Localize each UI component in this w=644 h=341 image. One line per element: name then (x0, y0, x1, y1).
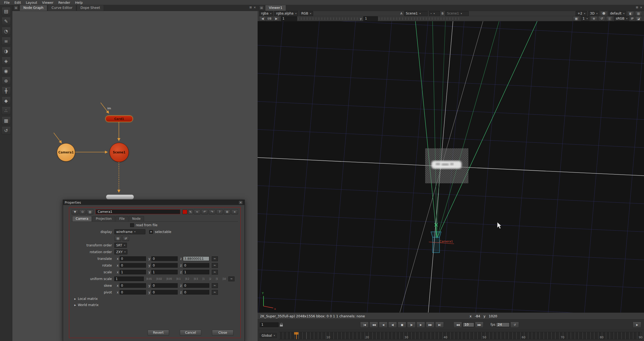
gl-color-swatch[interactable]: ✎ (188, 210, 193, 214)
translate-x-field[interactable]: 0 (120, 256, 146, 261)
close-panel-icon[interactable]: × (640, 6, 642, 9)
node-color-swatch[interactable] (182, 210, 187, 214)
keyer-icon[interactable]: ◉ (2, 67, 11, 75)
revert-button[interactable]: Revert (148, 330, 169, 336)
wipe-dropdown[interactable]: 1 (581, 16, 590, 21)
gain-next-icon[interactable]: ▶ (273, 16, 280, 21)
color-icon[interactable]: ◑ (2, 47, 11, 55)
display-dropdown[interactable]: wireframe (114, 229, 145, 234)
menu-file[interactable]: File (2, 0, 12, 5)
tab-curve-editor[interactable]: Curve Editor (48, 5, 76, 11)
jump-forward-button[interactable]: ▶▶ (475, 322, 484, 328)
time-icon[interactable]: ◔ (2, 27, 11, 35)
rotation-order-dropdown[interactable]: ZXY (114, 249, 127, 254)
world-matrix-row[interactable]: ▸ World matrix (72, 302, 238, 308)
panel-menu-icon[interactable]: ▤ (259, 5, 264, 10)
other-icon[interactable]: ↺ (2, 126, 11, 135)
b-input-dropdown[interactable]: Scene1 (445, 11, 469, 16)
split-panel-icon[interactable]: ⊞ (250, 6, 252, 9)
display-channels-dropdown[interactable]: RGB (299, 11, 313, 16)
tab-projection[interactable]: Projection (92, 216, 115, 221)
viewer-profile-dropdown[interactable]: default (608, 11, 626, 16)
snapshot-icon[interactable]: ▥ (87, 209, 93, 214)
center-node-icon[interactable]: ⊙ (79, 209, 86, 214)
help-icon[interactable]: ? (216, 209, 223, 214)
play-backward-button[interactable]: ◀ (379, 322, 387, 328)
node-card1[interactable]: Card1 (105, 116, 133, 122)
playhead[interactable] (296, 332, 297, 339)
last-frame-button[interactable]: ▶| (435, 322, 444, 328)
3d-viewport[interactable]: Camera1 Y x (258, 21, 644, 313)
view-mode-dropdown[interactable]: 3D (588, 11, 599, 16)
cancel-button[interactable]: Cancel (180, 330, 201, 336)
camera-gizmo[interactable]: Camera1 (429, 223, 454, 253)
float-panel-icon[interactable]: ⊞ (224, 209, 230, 214)
menu-layout[interactable]: Layout (23, 0, 40, 5)
translate-z-field[interactable]: 3.88000011 (183, 256, 209, 261)
node-graph-canvas[interactable]: im Card1 Camera1 Scene1 Properties × ▼ ⊙… (12, 11, 258, 341)
rotate-x-field[interactable]: 0 (120, 263, 146, 268)
timeline-ruler[interactable]: 10 20 30 40 50 60 70 80 90 (279, 332, 642, 339)
alpha-layer-dropdown[interactable]: rgba.alpha (274, 11, 298, 16)
zoom-dropdown[interactable]: +2 (576, 11, 587, 16)
close-node-panel-icon[interactable]: × (231, 209, 238, 214)
read-from-file-checkbox[interactable] (130, 223, 134, 227)
user-icon[interactable]: ☻ (601, 11, 607, 16)
gain-slider[interactable] (298, 17, 358, 20)
loop-mode-icon[interactable]: ↺ (510, 322, 519, 328)
transform-order-dropdown[interactable]: SRT (114, 243, 127, 248)
rotate-animation-icon[interactable]: ≈ (212, 263, 218, 268)
menu-viewer[interactable]: Viewer (40, 0, 56, 5)
properties-titlebar[interactable]: Properties × (63, 200, 244, 205)
rotate-z-field[interactable]: 0 (183, 263, 209, 268)
draw-icon[interactable]: ✎ (2, 17, 11, 25)
mask-icon[interactable]: ▥ (635, 11, 642, 16)
uniform-scale-animation-icon[interactable]: ≈ (228, 277, 235, 281)
merge-icon[interactable]: ⊕ (2, 77, 11, 85)
close-button[interactable]: Close (212, 330, 233, 336)
roi-toggle-icon[interactable]: ◪ (635, 16, 642, 21)
tab-node[interactable]: Node (129, 216, 144, 221)
lock-icon[interactable] (280, 323, 283, 326)
transform-icon[interactable]: ╋ (2, 87, 11, 95)
node-hidden-pill[interactable] (106, 195, 134, 199)
pivot-x-field[interactable]: 0 (120, 290, 146, 295)
first-frame-button[interactable]: |◀ (360, 322, 369, 328)
redo-icon[interactable]: ↷ (209, 209, 215, 214)
tab-file[interactable]: File (116, 216, 128, 221)
flipbook-icon[interactable]: ▶ (633, 322, 641, 328)
pivot-z-field[interactable]: 0 (183, 290, 209, 295)
input-process-label[interactable]: IP (631, 17, 634, 20)
local-matrix-row[interactable]: ▸ Local matrix (72, 296, 238, 302)
roi-icon[interactable]: ◧ (627, 11, 634, 16)
gain-field[interactable]: 1 (281, 16, 297, 21)
selectable-checkbox[interactable] (149, 230, 153, 234)
tab-camera[interactable]: Camera (72, 216, 92, 221)
swap-axes-icon[interactable]: ⇄ (122, 236, 129, 241)
layer-dropdown[interactable]: rgba (259, 11, 273, 16)
close-icon[interactable]: × (239, 200, 243, 204)
scale-y-field[interactable]: 1 (151, 270, 178, 274)
views-icon[interactable]: ▦ (2, 116, 11, 125)
particles-icon[interactable]: ∴ (2, 106, 11, 115)
scale-z-field[interactable]: 1 (183, 270, 209, 274)
next-keyframe-button[interactable]: ▶▶ (426, 322, 434, 328)
filter-icon[interactable]: ◈ (2, 57, 11, 65)
menu-help[interactable]: Help (73, 0, 85, 5)
scale-animation-icon[interactable]: ≈ (212, 270, 218, 275)
skew-y-field[interactable]: 0 (151, 283, 178, 288)
3d-icon[interactable]: ◆ (2, 96, 11, 105)
play-forward-button[interactable]: ▶ (416, 322, 425, 328)
image-icon[interactable]: ▤ (2, 7, 11, 15)
colorspace-dropdown[interactable]: sRGB (614, 16, 629, 21)
menu-render[interactable]: Render (56, 0, 73, 5)
curve-editor-icon[interactable]: ≈ (194, 209, 200, 214)
ab-blend-dropdown[interactable]: - (429, 11, 440, 16)
gamma-slider[interactable] (379, 17, 459, 20)
tab-node-graph[interactable]: Node Graph (20, 5, 47, 11)
monitor-icon[interactable]: ▦ (573, 16, 580, 21)
prev-frame-button[interactable]: ◀| (388, 322, 397, 328)
uniform-scale-field[interactable]: 1 (114, 277, 144, 281)
split-panel-icon[interactable]: ⊞ (636, 6, 638, 9)
skew-z-field[interactable]: 0 (183, 283, 209, 288)
